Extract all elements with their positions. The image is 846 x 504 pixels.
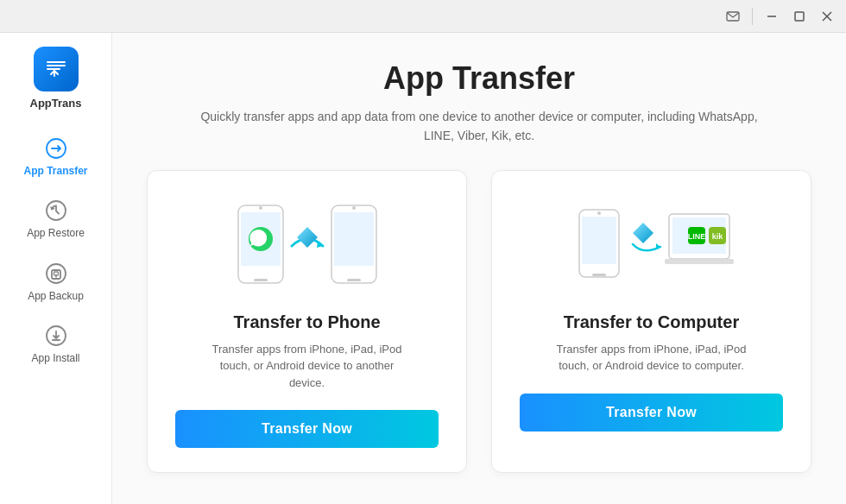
transfer-to-phone-image xyxy=(221,195,394,299)
cards-row: Transfer to Phone Transfer apps from iPh… xyxy=(147,170,811,474)
card-desc-phone: Transfer apps from iPhone, iPad, iPod to… xyxy=(212,341,402,392)
close-button[interactable] xyxy=(815,4,839,28)
install-icon xyxy=(43,323,69,349)
app-name: AppTrans xyxy=(30,97,82,110)
card-title-computer: Transfer to Computer xyxy=(564,312,739,332)
sidebar: AppTrans App Transfer xyxy=(0,33,112,504)
maximize-button[interactable] xyxy=(787,4,811,28)
restore-icon xyxy=(43,198,69,224)
sidebar-item-app-restore[interactable]: App Restore xyxy=(0,189,111,248)
minimize-button[interactable] xyxy=(760,4,784,28)
transfer-icon xyxy=(43,135,69,161)
svg-point-19 xyxy=(352,206,356,210)
transfer-to-computer-button[interactable]: Transfer Now xyxy=(520,394,783,432)
svg-text:LINE: LINE xyxy=(687,232,705,241)
transfer-to-phone-button[interactable]: Transfer Now xyxy=(175,410,439,448)
sidebar-logo: AppTrans xyxy=(30,47,82,110)
svg-point-7 xyxy=(47,264,66,283)
sidebar-label-app-transfer: App Transfer xyxy=(23,165,87,177)
svg-marker-30 xyxy=(633,223,653,243)
svg-rect-18 xyxy=(334,212,374,266)
svg-rect-2 xyxy=(795,12,804,21)
sidebar-label-app-backup: App Backup xyxy=(28,290,84,302)
app-layout: AppTrans App Transfer xyxy=(0,33,846,504)
sidebar-item-app-transfer[interactable]: App Transfer xyxy=(0,127,111,186)
transfer-to-computer-image: LINE kik xyxy=(565,195,738,299)
card-desc-computer: Transfer apps from iPhone, iPad, iPod to… xyxy=(557,341,747,375)
app-logo-icon xyxy=(34,47,79,91)
svg-rect-26 xyxy=(592,274,606,276)
sidebar-item-app-install[interactable]: App Install xyxy=(0,314,111,373)
sidebar-nav: App Transfer App Restore xyxy=(0,127,111,374)
card-title-phone: Transfer to Phone xyxy=(233,312,380,332)
sidebar-label-app-restore: App Restore xyxy=(27,227,85,239)
transfer-to-computer-card: LINE kik Transfer to Computer Transfer a… xyxy=(491,170,811,474)
sidebar-item-app-backup[interactable]: App Backup xyxy=(0,252,111,311)
page-subtitle: Quickly transfer apps and app data from … xyxy=(186,107,773,146)
svg-rect-24 xyxy=(582,217,616,264)
svg-point-25 xyxy=(597,211,601,215)
email-button[interactable] xyxy=(721,4,745,28)
svg-point-15 xyxy=(259,206,262,210)
svg-rect-20 xyxy=(347,279,361,281)
main-content: App Transfer Quickly transfer apps and a… xyxy=(112,33,846,504)
window-controls xyxy=(721,4,839,28)
svg-text:kik: kik xyxy=(711,232,723,241)
page-title: App Transfer xyxy=(383,60,575,97)
svg-rect-16 xyxy=(254,279,268,281)
backup-icon xyxy=(43,261,69,287)
svg-rect-29 xyxy=(665,259,734,264)
sidebar-label-app-install: App Install xyxy=(31,352,79,364)
transfer-to-phone-card: Transfer to Phone Transfer apps from iPh… xyxy=(147,170,467,474)
svg-marker-22 xyxy=(297,227,318,248)
title-bar xyxy=(0,0,846,33)
title-separator xyxy=(752,8,753,25)
